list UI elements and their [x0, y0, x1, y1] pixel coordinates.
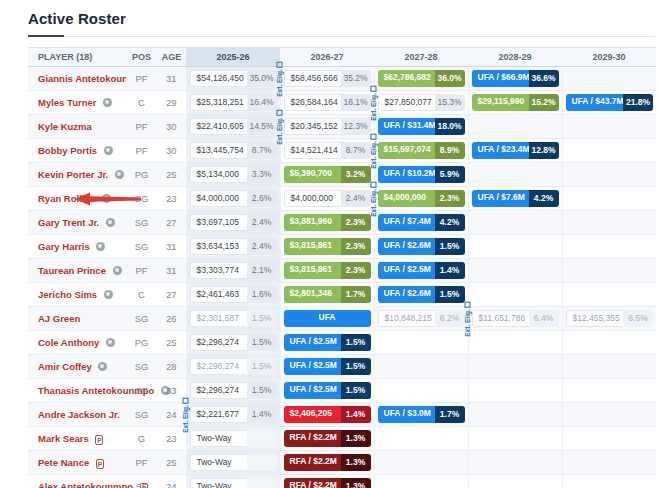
pending-contract-icon[interactable]: P: [95, 435, 103, 445]
ufa-button[interactable]: UFA: [284, 310, 371, 327]
season-cell: Two-Way: [186, 427, 280, 451]
fa-option-box[interactable]: UFA / $43.7M21.8%: [566, 94, 654, 111]
player-position: PF: [126, 67, 157, 91]
fa-option-box[interactable]: UFA / $66.9M36.6%: [472, 70, 559, 87]
player-name-link[interactable]: Kevin Porter Jr.: [38, 169, 108, 180]
cap-percent: 1.4%: [435, 262, 465, 279]
salary-box: $2,296,2741.5%: [190, 334, 277, 351]
fa-option-box[interactable]: UFA / $31.4M18.0%: [378, 118, 465, 135]
contract-note-icon[interactable]: [102, 194, 111, 203]
fa-option-box[interactable]: $4,000,0002.3%: [378, 190, 465, 207]
fa-option-box[interactable]: $2,406,2051.4%: [284, 406, 371, 423]
player-name-link[interactable]: Bobby Portis: [38, 145, 97, 156]
fa-option-box[interactable]: RFA / $2.2M1.3%: [284, 454, 371, 471]
salary-value: $2,406,205: [284, 406, 341, 423]
page-title: Active Roster: [28, 10, 655, 27]
player-age: 31: [157, 259, 186, 283]
cap-percent: 1.5%: [435, 286, 465, 303]
player-name-link[interactable]: Jericho Sims: [38, 289, 97, 300]
contract-note-icon[interactable]: [106, 338, 115, 347]
contract-note-icon[interactable]: [96, 242, 105, 251]
fa-option-box[interactable]: UFA / $2.5M1.5%: [284, 358, 371, 375]
fa-option-box[interactable]: UFA / $23.4M12.8%: [472, 142, 559, 159]
salary-value: UFA / $2.5M: [284, 334, 341, 351]
pending-contract-icon[interactable]: P: [96, 459, 104, 469]
contract-note-icon[interactable]: [103, 98, 112, 107]
col-header-pos[interactable]: POS: [126, 48, 157, 67]
salary-value: UFA / $2.5M: [378, 262, 435, 279]
salary-value: $2,801,346: [284, 286, 341, 303]
col-header-2028-29[interactable]: 2028-29: [468, 48, 562, 67]
player-position: G: [126, 427, 157, 451]
player-position: SG: [126, 355, 157, 379]
player-name-link[interactable]: Andre Jackson Jr.: [38, 409, 120, 420]
contract-note-icon[interactable]: [98, 362, 107, 371]
player-name-link[interactable]: AJ Green: [38, 313, 80, 324]
fa-option-box[interactable]: RFA / $2.2M1.3%: [284, 430, 371, 447]
col-header-2025-26[interactable]: 2025-26: [186, 48, 280, 67]
fa-option-box[interactable]: UFA / $2.6M1.5%: [378, 238, 465, 255]
fa-option-box[interactable]: UFA / $2.5M1.4%: [378, 262, 465, 279]
fa-option-box[interactable]: UFA / $2.6M1.5%: [378, 286, 465, 303]
player-name-link[interactable]: Ryan Rollins: [38, 193, 96, 204]
col-header-2029-30[interactable]: 2029-30: [562, 48, 656, 67]
player-name-link[interactable]: Cole Anthony: [38, 337, 99, 348]
fa-option-box[interactable]: $29,115,99015.2%: [472, 94, 559, 111]
col-header-player[interactable]: PLAYER (18): [28, 48, 126, 67]
fa-option-box[interactable]: UFA / $7.4M4.2%: [378, 214, 465, 231]
season-cell: $54,126,45035.0%: [186, 67, 280, 91]
table-row: Gary Harris SG 31 $3,634,1532.4%$3,815,8…: [28, 235, 656, 259]
salary-box: $27,850,07715.3%: [378, 94, 465, 111]
fa-option-box[interactable]: $15,597,0748.9%: [378, 142, 465, 159]
player-cell: Kevin Porter Jr.: [28, 163, 126, 187]
contract-note-icon[interactable]: [104, 146, 113, 155]
player-age: 25: [157, 163, 186, 187]
fa-option-box[interactable]: UFA / $7.6M4.2%: [472, 190, 559, 207]
player-name-link[interactable]: Gary Trent Jr.: [38, 217, 99, 228]
fa-option-box[interactable]: $2,801,3461.7%: [284, 286, 371, 303]
contract-note-icon[interactable]: [115, 170, 124, 179]
contract-note-icon[interactable]: [113, 266, 122, 275]
season-cell: UFA / $2.5M1.4%: [374, 259, 468, 283]
fa-option-box[interactable]: UFA / $3.0M1.7%: [378, 406, 465, 423]
player-position: PF: [126, 259, 157, 283]
player-name-link[interactable]: Gary Harris: [38, 241, 90, 252]
fa-option-box[interactable]: RFA / $2.2M1.3%: [284, 478, 371, 488]
player-name-link[interactable]: Alex Antetokounmpo: [38, 481, 133, 488]
fa-option-box[interactable]: $5,390,7003.2%: [284, 166, 371, 183]
player-cell: Myles Turner: [28, 91, 126, 115]
player-name-link[interactable]: Taurean Prince: [38, 265, 106, 276]
fa-option-box[interactable]: $3,881,9602.3%: [284, 214, 371, 231]
player-name-link[interactable]: Kyle Kuzma: [38, 121, 92, 132]
salary-value: $3,815,861: [284, 238, 341, 255]
col-header-age[interactable]: AGE: [157, 48, 186, 67]
salary-value: $22,410,605: [190, 118, 247, 135]
table-row: Kyle Kuzma PF 30 $22,410,60514.5%Ext. El…: [28, 115, 656, 139]
salary-value: $3,697,105: [190, 214, 247, 231]
fa-option-box[interactable]: UFA / $2.5M1.5%: [284, 382, 371, 399]
player-name-link[interactable]: Pete Nance: [38, 457, 89, 468]
fa-option-box[interactable]: UFA / $2.5M1.5%: [284, 334, 371, 351]
player-name-link[interactable]: Myles Turner: [38, 97, 96, 108]
player-name-link[interactable]: Amir Coffey: [38, 361, 92, 372]
player-cell: Bobby Portis: [28, 139, 126, 163]
salary-value: UFA / $3.0M: [378, 406, 435, 423]
salary-box: $54,126,45035.0%: [190, 70, 277, 87]
col-header-2027-28[interactable]: 2027-28: [374, 48, 468, 67]
salary-value: $5,134,000: [190, 166, 247, 183]
contract-note-icon[interactable]: [106, 218, 115, 227]
salary-value: Two-Way: [190, 478, 247, 488]
fa-option-box[interactable]: $62,786,68236.0%: [378, 70, 465, 87]
contract-note-icon[interactable]: [104, 290, 113, 299]
fa-option-box[interactable]: $3,815,8612.3%: [284, 238, 371, 255]
fa-option-box[interactable]: UFA / $10.2M5.9%: [378, 166, 465, 183]
season-cell: $3,815,8612.3%: [280, 259, 374, 283]
fa-option-box[interactable]: $3,815,8612.3%: [284, 262, 371, 279]
ext-elig-label: Ext. Elig.: [465, 301, 472, 336]
player-name-link[interactable]: Mark Sears: [38, 433, 89, 444]
season-cell: [468, 331, 562, 355]
cap-percent: 2.3%: [341, 238, 371, 255]
col-header-2026-27[interactable]: 2026-27: [280, 48, 374, 67]
salary-box: $2,461,4631.6%: [190, 286, 277, 303]
player-cell: Amir Coffey: [28, 355, 126, 379]
